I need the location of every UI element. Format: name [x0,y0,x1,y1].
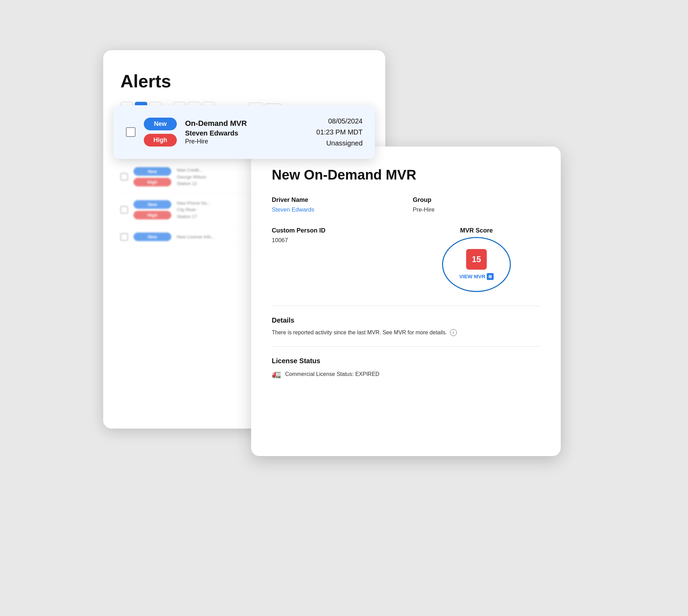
license-status-label: License Status [272,357,540,365]
row-checkbox[interactable] [120,173,128,181]
popup-high-badge: High [144,134,177,147]
alert-popup: New High On-Demand MVR Steven Edwards Pr… [114,105,375,159]
detail-grid: Driver Name Steven Edwards Group Pre-Hir… [272,196,540,292]
group-value: Pre-Hire [413,206,540,213]
license-status-section: License Status 🚛 Commercial License Stat… [272,357,540,379]
view-mvr-link[interactable]: VIEW MVR ▤ [459,273,494,280]
license-status-value: Commercial License Status: EXPIRED [285,371,379,377]
truck-icon: 🚛 [272,370,281,379]
row-checkbox[interactable] [120,206,128,214]
new-badge: New [133,233,171,241]
divider [272,306,540,306]
info-icon: i [450,329,457,336]
group-field: Group Pre-Hire [413,196,540,213]
driver-name-link[interactable]: Steven Edwards [272,206,314,213]
badge-group: New High [133,200,171,219]
details-section: Details There is reported activity since… [272,316,540,336]
alert-text: New Phone No... City River Station 17 [177,200,211,220]
custom-person-id-field: Custom Person ID 10067 [272,227,399,292]
popup-new-badge: New [144,118,177,130]
detail-title: New On-Demand MVR [272,167,540,183]
popup-alert-type: On-Demand MVR [185,119,308,128]
new-badge: New [133,200,171,209]
driver-name-label: Driver Name [272,196,399,204]
alerts-title: Alerts [120,71,368,91]
custom-person-id-label: Custom Person ID [272,227,399,234]
license-row: 🚛 Commercial License Status: EXPIRED [272,370,540,379]
badge-group: New High [133,167,171,186]
details-text: There is reported activity since the las… [272,329,540,336]
popup-badges: New High [144,118,177,147]
mvr-score-box: 15 [466,249,487,270]
new-badge: New [133,167,171,176]
divider-2 [272,346,540,347]
mvr-score-label: MVR Score [460,227,493,234]
group-label: Group [413,196,540,204]
driver-name-field: Driver Name Steven Edwards [272,196,399,213]
mvr-score-oval: 15 VIEW MVR ▤ [442,237,511,292]
popup-date: 08/05/2024 [316,116,363,127]
popup-info: On-Demand MVR Steven Edwards Pre-Hire [185,119,308,145]
high-badge: High [133,211,171,219]
row-checkbox[interactable] [120,233,128,241]
popup-assignment: Unassigned [316,138,363,149]
popup-meta: 08/05/2024 01:23 PM MDT Unassigned [316,116,363,149]
badge-group: New [133,233,171,241]
view-mvr-icon: ▤ [487,273,494,280]
mvr-score-field: MVR Score 15 VIEW MVR ▤ [413,227,540,292]
popup-group: Pre-Hire [185,138,308,145]
alert-text: New License Info... [177,234,215,240]
details-section-title: Details [272,316,540,324]
popup-driver-name: Steven Edwards [185,129,308,137]
high-badge: High [133,178,171,186]
popup-checkbox[interactable] [126,127,136,137]
detail-card: New On-Demand MVR Driver Name Steven Edw… [251,147,561,456]
popup-time: 01:23 PM MDT [316,127,363,138]
alert-text: New Credit... George Wilson Station 12 [177,167,206,187]
custom-person-id-value: 10067 [272,237,399,244]
